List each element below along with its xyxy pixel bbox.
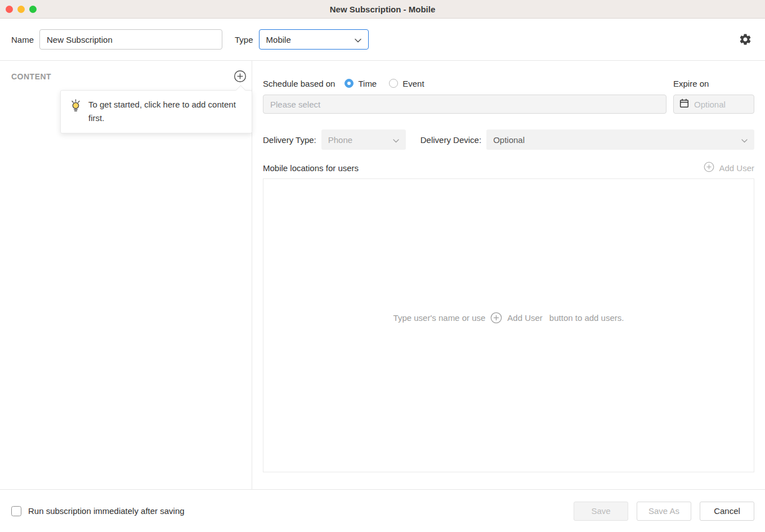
schedule-select-placeholder: Please select <box>270 100 320 109</box>
expire-placeholder: Optional <box>694 100 726 109</box>
schedule-select[interactable]: Please select <box>263 95 666 114</box>
save-button[interactable]: Save <box>574 502 628 521</box>
empty-msg-before: Type user's name or use <box>393 313 486 323</box>
radio-event-label: Event <box>402 79 424 88</box>
plus-circle-icon <box>704 162 714 174</box>
radio-time[interactable]: Time <box>345 79 377 88</box>
plus-circle-icon <box>234 75 247 84</box>
get-started-tooltip: To get started, click here to add conten… <box>60 90 252 133</box>
content-panel-title: CONTENT <box>11 72 51 81</box>
radio-event[interactable]: Event <box>389 79 424 88</box>
delivery-type-label: Delivery Type: <box>263 135 316 145</box>
delivery-type-select: Phone <box>321 129 406 150</box>
chevron-down-icon <box>393 135 399 145</box>
type-select[interactable]: Mobile <box>259 29 369 50</box>
locations-row: Mobile locations for users Add User <box>263 162 754 173</box>
cancel-button[interactable]: Cancel <box>700 502 754 521</box>
add-content-button[interactable] <box>234 70 247 83</box>
delivery-device-select[interactable]: Optional <box>486 129 754 150</box>
empty-msg-after: button to add users. <box>549 313 624 323</box>
plus-circle-icon <box>490 312 502 324</box>
add-user-button[interactable]: Add User <box>704 162 754 174</box>
tooltip-text: To get started, click here to add conten… <box>88 98 241 125</box>
footer-buttons: Save Save As Cancel <box>574 502 754 521</box>
settings-panel: Schedule based on Time Event Expire on P… <box>252 61 765 489</box>
tooltip-arrow <box>235 85 245 95</box>
zoom-button[interactable] <box>29 6 37 13</box>
radio-time-label: Time <box>358 79 377 88</box>
run-immediately-checkbox[interactable] <box>11 506 21 516</box>
window-title: New Subscription - Mobile <box>0 5 765 14</box>
chevron-down-icon <box>355 35 361 44</box>
close-button[interactable] <box>6 6 13 13</box>
schedule-row: Schedule based on Time Event Expire on <box>263 78 754 89</box>
type-label: Type <box>235 35 253 44</box>
lightbulb-icon <box>70 99 81 115</box>
radio-time-circle <box>345 79 354 88</box>
calendar-icon <box>679 99 689 110</box>
main-area: CONTENT To get <box>0 61 765 489</box>
empty-users-message: Type user's name or use Add User button … <box>393 312 624 324</box>
traffic-lights <box>0 6 37 13</box>
name-input[interactable] <box>39 29 222 50</box>
delivery-type-value: Phone <box>328 135 352 145</box>
minimize-button[interactable] <box>17 6 25 13</box>
schedule-inputs-row: Please select Optional <box>263 95 754 114</box>
settings-gear-icon[interactable] <box>738 32 753 47</box>
delivery-device-value: Optional <box>493 135 525 145</box>
schedule-radio-group: Time Event <box>345 79 436 88</box>
chevron-down-icon <box>741 135 748 145</box>
content-panel: CONTENT To get <box>0 61 252 489</box>
radio-event-circle <box>389 79 398 88</box>
save-as-button[interactable]: Save As <box>637 502 691 521</box>
titlebar: New Subscription - Mobile <box>0 0 765 19</box>
empty-msg-add-user: Add User <box>507 313 543 323</box>
mobile-locations-label: Mobile locations for users <box>263 163 359 173</box>
delivery-device-label: Delivery Device: <box>420 135 481 145</box>
expire-date-field[interactable]: Optional <box>673 95 754 114</box>
delivery-row: Delivery Type: Phone Delivery Device: Op… <box>263 129 754 150</box>
schedule-based-on-label: Schedule based on <box>263 79 335 88</box>
run-immediately-label: Run subscription immediately after savin… <box>28 506 185 516</box>
footer-bar: Run subscription immediately after savin… <box>0 489 765 532</box>
users-input-area[interactable]: Type user's name or use Add User button … <box>263 178 754 472</box>
header-row: Name Type Mobile <box>0 19 765 61</box>
subscription-dialog: New Subscription - Mobile Name Type Mobi… <box>0 0 765 532</box>
add-user-label: Add User <box>719 163 754 173</box>
type-select-value: Mobile <box>266 35 291 44</box>
run-immediately-option: Run subscription immediately after savin… <box>11 506 185 516</box>
name-label: Name <box>11 35 34 44</box>
expire-on-label: Expire on <box>673 79 754 88</box>
